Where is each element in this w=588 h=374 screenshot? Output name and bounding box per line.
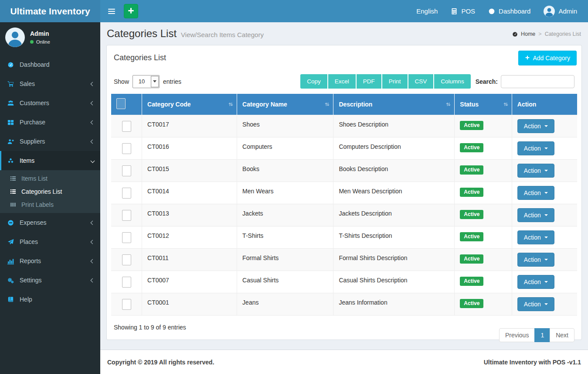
select-all-checkbox[interactable] <box>116 98 126 109</box>
sidebar-item-label: Sales <box>20 80 86 87</box>
column-header-category-code[interactable]: Category Code <box>142 94 237 115</box>
row-checkbox[interactable] <box>122 210 131 221</box>
sidebar-item-expenses: Expenses <box>0 213 100 232</box>
cell-status: Active <box>455 293 512 316</box>
row-checkbox[interactable] <box>122 188 131 199</box>
row-select-cell <box>111 293 142 316</box>
pagination-page-1[interactable]: 1 <box>534 328 550 342</box>
column-header-action[interactable]: Action <box>512 94 577 115</box>
sidebar-item-items: ItemsItems ListCategories ListPrint Labe… <box>0 151 100 213</box>
row-action-button[interactable]: Action <box>517 141 554 155</box>
pagination-previous[interactable]: Previous <box>499 328 535 342</box>
quick-add-button[interactable] <box>124 4 138 18</box>
page-subtitle: View/Search Items Category <box>181 31 264 38</box>
row-action-button[interactable]: Action <box>517 275 554 289</box>
nav-language[interactable]: English <box>410 0 444 22</box>
export-print-button[interactable]: Print <box>382 74 408 89</box>
list-icon <box>10 175 17 182</box>
sidebar-item-suppliers: Suppliers <box>0 132 100 151</box>
sidebar-toggle-button[interactable] <box>104 0 119 22</box>
status-badge: Active <box>460 277 483 286</box>
brand-logo[interactable]: Ultimate Inventory <box>0 0 100 22</box>
add-category-button[interactable]: Add Category <box>518 51 577 65</box>
row-action-button[interactable]: Action <box>517 119 554 133</box>
pos-label: POS <box>461 7 475 15</box>
table-footer: Showing 1 to 9 of 9 entries Previous 1 N… <box>114 322 574 342</box>
sidebar-sublink-categories-list[interactable]: Categories List <box>0 185 100 198</box>
online-label: Online <box>36 39 50 45</box>
pagination-next[interactable]: Next <box>550 328 574 342</box>
row-checkbox[interactable] <box>122 232 131 243</box>
hamburger-icon <box>108 9 115 10</box>
export-csv-button[interactable]: CSV <box>408 74 435 89</box>
select-all-header-cell <box>111 94 142 115</box>
row-action-button[interactable]: Action <box>517 164 554 178</box>
sidebar-item-label: Expenses <box>20 219 86 226</box>
column-header-description[interactable]: Description <box>333 94 455 115</box>
categories-card: Categories List Add Category Show 10 ent… <box>106 45 582 340</box>
export-pdf-button[interactable]: PDF <box>357 74 382 89</box>
export-copy-button[interactable]: Copy <box>300 74 328 89</box>
top-navbar: Ultimate Inventory English POS Dashboard… <box>0 0 588 22</box>
column-label: Category Code <box>147 101 191 108</box>
table-header-row: Category CodeCategory NameDescriptionSta… <box>111 94 577 115</box>
caret-down-icon <box>544 281 548 283</box>
paper-plane-icon <box>7 239 15 245</box>
sidebar-link-reports[interactable]: Reports <box>0 251 100 271</box>
row-select-cell <box>111 137 142 160</box>
row-action-button[interactable]: Action <box>517 208 554 222</box>
column-header-status[interactable]: Status <box>455 94 512 115</box>
sidebar-link-help[interactable]: Help <box>0 290 100 309</box>
sidebar-sublink-items-list[interactable]: Items List <box>0 172 100 185</box>
cell-category-code: CT0011 <box>142 249 237 271</box>
nav-pos[interactable]: POS <box>444 0 482 22</box>
action-label: Action <box>524 167 541 174</box>
cell-action: Action <box>512 226 577 249</box>
caret-down-icon <box>544 214 548 216</box>
sidebar-sublink-print-labels[interactable]: Print Labels <box>0 198 100 211</box>
chevron-left-icon <box>91 278 95 282</box>
row-action-button[interactable]: Action <box>517 253 554 267</box>
cell-description: Books Description <box>333 160 455 182</box>
row-checkbox[interactable] <box>122 277 131 288</box>
row-checkbox[interactable] <box>122 165 131 176</box>
nav-user-menu[interactable]: Admin <box>537 0 584 22</box>
row-action-button[interactable]: Action <box>517 230 554 244</box>
row-select-cell <box>111 226 142 249</box>
sidebar-link-sales[interactable]: Sales <box>0 74 100 93</box>
row-checkbox[interactable] <box>122 299 131 310</box>
sidebar-link-places[interactable]: Places <box>0 232 100 251</box>
table-body: CT0017ShoesShoes DescriptionActiveAction… <box>111 115 577 316</box>
export-columns-button[interactable]: Columns <box>434 74 470 89</box>
export-excel-button[interactable]: Excel <box>328 74 357 89</box>
page-length-select[interactable]: 10 <box>133 75 160 88</box>
sidebar-item-places: Places <box>0 232 100 251</box>
sidebar-link-items[interactable]: Items <box>0 151 100 170</box>
sidebar-link-customers[interactable]: Customers <box>0 93 100 113</box>
nav-dashboard[interactable]: Dashboard <box>482 0 537 22</box>
search-input[interactable] <box>501 75 574 88</box>
avatar <box>5 27 25 47</box>
sidebar-link-dashboard[interactable]: Dashboard <box>0 55 100 74</box>
row-action-button[interactable]: Action <box>517 186 554 200</box>
row-action-button[interactable]: Action <box>517 297 554 311</box>
sidebar-link-suppliers[interactable]: Suppliers <box>0 132 100 151</box>
column-label: Description <box>339 101 372 108</box>
row-checkbox[interactable] <box>122 254 131 265</box>
row-checkbox[interactable] <box>122 121 131 132</box>
cart-icon <box>7 81 15 87</box>
main-content: Categories List View/Search Items Catego… <box>100 22 588 374</box>
caret-down-icon <box>544 192 548 194</box>
sidebar-item-label: Settings <box>20 277 86 284</box>
row-checkbox[interactable] <box>122 143 131 154</box>
row-select-cell <box>111 249 142 271</box>
cell-status: Active <box>455 271 512 293</box>
column-header-category-name[interactable]: Category Name <box>237 94 333 115</box>
breadcrumb-home[interactable]: Home <box>521 31 535 37</box>
sidebar-link-expenses[interactable]: Expenses <box>0 213 100 232</box>
sidebar-link-purchase[interactable]: Purchase <box>0 113 100 132</box>
action-label: Action <box>524 212 541 219</box>
cell-description: Jeans Information <box>333 293 455 316</box>
status-badge: Active <box>460 232 483 241</box>
sidebar-link-settings[interactable]: Settings <box>0 271 100 290</box>
